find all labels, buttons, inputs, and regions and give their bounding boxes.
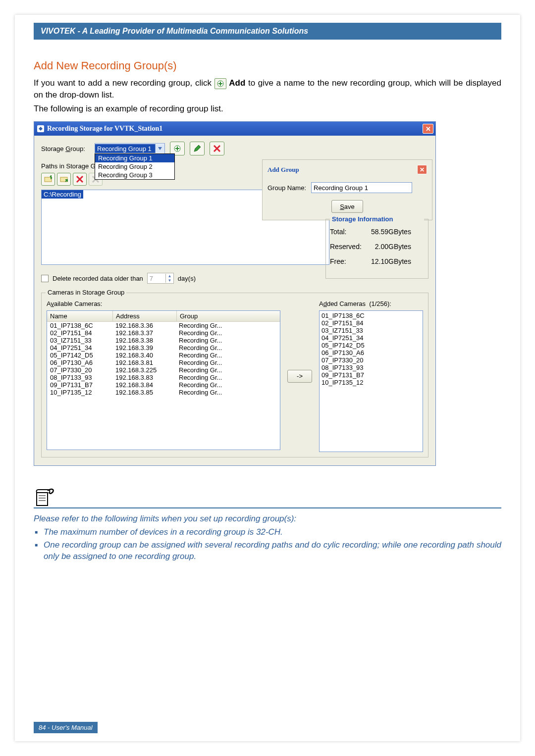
close-icon[interactable]: ✕ bbox=[423, 124, 433, 134]
table-row[interactable]: 06_IP7130_A6192.168.3.81Recording Gr... bbox=[47, 359, 280, 366]
delete-days-spinner[interactable]: ▲▼ bbox=[147, 273, 174, 284]
note-bullet: One recording group can be assigned with… bbox=[44, 540, 501, 562]
add-path-button[interactable] bbox=[41, 173, 55, 186]
note-bullet: The maximum number of devices in a recor… bbox=[44, 527, 501, 538]
list-item[interactable]: 08_IP7133_93 bbox=[321, 364, 421, 371]
list-item[interactable]: 02_IP7151_84 bbox=[321, 319, 421, 327]
table-row[interactable]: 02_IP7151_84192.168.3.37Recording Gr... bbox=[47, 329, 280, 337]
delete-days-unit: day(s) bbox=[178, 275, 196, 282]
save-underline: S bbox=[340, 203, 344, 210]
section-title: Add New Recording Group(s) bbox=[34, 59, 501, 72]
close-icon[interactable]: ✕ bbox=[417, 165, 427, 174]
storage-group-dropdown[interactable]: Recording Group 1 Recording Group 2 Reco… bbox=[95, 153, 175, 180]
svg-rect-2 bbox=[218, 83, 222, 84]
storage-info-unit: GBytes bbox=[388, 228, 414, 236]
titlebar: Recording Storage for VVTK_Station1 ✕ bbox=[34, 122, 435, 136]
list-item[interactable]: 04_IP7251_34 bbox=[321, 334, 421, 342]
list-item[interactable]: 06_IP7130_A6 bbox=[321, 349, 421, 356]
table-row[interactable]: 09_IP7131_B7192.168.3.84Recording Gr... bbox=[47, 381, 280, 389]
intro-paragraph-2: The following is an example of recording… bbox=[34, 103, 501, 115]
available-cameras-grid[interactable]: Name Address Group 01_IP7138_6C192.168.3… bbox=[47, 310, 280, 450]
storage-info-label: Reserved: bbox=[330, 243, 366, 251]
note-text: Please refer to the following limits whe… bbox=[34, 513, 501, 562]
list-item[interactable]: 10_IP7135_12 bbox=[321, 379, 421, 386]
note-icon bbox=[34, 486, 501, 506]
spinner-down-icon[interactable]: ▼ bbox=[165, 278, 173, 283]
table-row[interactable]: 03_IZ7151_33192.168.3.38Recording Gr... bbox=[47, 337, 280, 344]
storage-info-label: Total: bbox=[330, 228, 366, 236]
window-title: Recording Storage for VVTK_Station1 bbox=[47, 125, 423, 133]
cameras-fieldset: Cameras in Storage Group Available Camer… bbox=[41, 293, 428, 457]
cameras-legend: Cameras in Storage Group bbox=[46, 289, 126, 296]
col-address[interactable]: Address bbox=[113, 311, 177, 321]
storage-info-title: Storage Information bbox=[330, 215, 424, 223]
list-item[interactable]: 03_IZ7151_33 bbox=[321, 327, 421, 334]
list-item[interactable]: 07_IP7330_20 bbox=[321, 356, 421, 364]
dropdown-item[interactable]: Recording Group 2 bbox=[95, 162, 174, 171]
group-name-input[interactable] bbox=[311, 182, 412, 193]
storage-group-selected: Recording Group 1 bbox=[95, 144, 155, 153]
table-row[interactable]: 05_IP7142_D5192.168.3.40Recording Gr... bbox=[47, 352, 280, 359]
added-cameras-label: Added Cameras (1/256): bbox=[319, 300, 423, 307]
intro-paragraph: If you want to add a new recording group… bbox=[34, 77, 501, 101]
p1b: Add bbox=[229, 78, 245, 88]
doc-header: VIVOTEK - A Leading Provider of Multimed… bbox=[34, 23, 501, 40]
add-group-title: Add Group bbox=[268, 166, 299, 174]
storage-info-panel: Storage Information Total:58.59GBytesRes… bbox=[325, 219, 428, 279]
open-path-button[interactable] bbox=[57, 173, 71, 186]
save-button[interactable]: Save bbox=[331, 200, 363, 213]
dropdown-item[interactable]: Recording Group 1 bbox=[95, 154, 174, 162]
add-icon-inline bbox=[214, 78, 226, 89]
storage-info-value: 12.10 bbox=[366, 257, 388, 265]
storage-info-label: Free: bbox=[330, 257, 366, 265]
add-group-panel: Add Group ✕ Group Name: Save bbox=[262, 159, 432, 220]
dropdown-item[interactable]: Recording Group 3 bbox=[95, 171, 174, 179]
spinner-up-icon[interactable]: ▲ bbox=[165, 274, 173, 278]
list-item[interactable]: 09_IP7131_B7 bbox=[321, 371, 421, 379]
table-row[interactable]: 04_IP7251_34192.168.3.39Recording Gr... bbox=[47, 344, 280, 352]
edit-group-button[interactable] bbox=[190, 142, 205, 155]
storage-info-value: 58.59 bbox=[366, 228, 388, 236]
svg-rect-5 bbox=[175, 148, 179, 149]
delete-old-label: Delete recorded data older than bbox=[53, 275, 143, 282]
delete-group-button[interactable] bbox=[210, 142, 224, 155]
note-intro: Please refer to the following limits whe… bbox=[34, 513, 501, 525]
list-item[interactable]: 01_IP7138_6C bbox=[321, 312, 421, 319]
col-group[interactable]: Group bbox=[177, 311, 280, 321]
svg-rect-6 bbox=[45, 177, 52, 182]
available-cameras-label: Available Cameras: bbox=[47, 300, 280, 307]
added-cameras-list[interactable]: 01_IP7138_6C02_IP7151_8403_IZ7151_3304_I… bbox=[319, 310, 423, 452]
table-row[interactable]: 10_IP7135_12192.168.3.85Recording Gr... bbox=[47, 389, 280, 396]
col-name[interactable]: Name bbox=[47, 311, 113, 321]
p1a: If you want to add a new recording group… bbox=[34, 78, 214, 88]
chevron-down-icon[interactable] bbox=[155, 144, 164, 153]
table-row[interactable]: 08_IP7133_93192.168.3.83Recording Gr... bbox=[47, 374, 280, 381]
storage-info-unit: GBytes bbox=[388, 243, 414, 251]
table-row[interactable]: 01_IP7138_6C192.168.3.36Recording Gr... bbox=[47, 322, 280, 329]
page-footer: 84 - User's Manual bbox=[34, 722, 98, 733]
table-row[interactable]: 07_IP7330_20192.168.3.225Recording Gr... bbox=[47, 366, 280, 374]
storage-info-unit: GBytes bbox=[388, 257, 414, 265]
list-item[interactable]: 05_IP7142_D5 bbox=[321, 342, 421, 349]
storage-group-combo[interactable]: Recording Group 1 Recording Group 1 Reco… bbox=[95, 143, 165, 154]
move-right-button[interactable]: -> bbox=[287, 370, 312, 383]
group-name-label: Group Name: bbox=[268, 184, 306, 192]
dialog-window: Recording Storage for VVTK_Station1 ✕ St… bbox=[34, 121, 436, 466]
note-rule bbox=[34, 507, 501, 508]
storage-group-label: Storage Group: bbox=[41, 145, 95, 152]
delete-days-input[interactable] bbox=[148, 275, 165, 282]
delete-path-button[interactable] bbox=[73, 173, 87, 186]
storage-info-value: 2.00 bbox=[366, 243, 388, 251]
delete-old-checkbox[interactable] bbox=[41, 275, 49, 282]
path-item-selected[interactable]: C:\Recording bbox=[42, 190, 83, 199]
app-icon bbox=[37, 125, 44, 132]
